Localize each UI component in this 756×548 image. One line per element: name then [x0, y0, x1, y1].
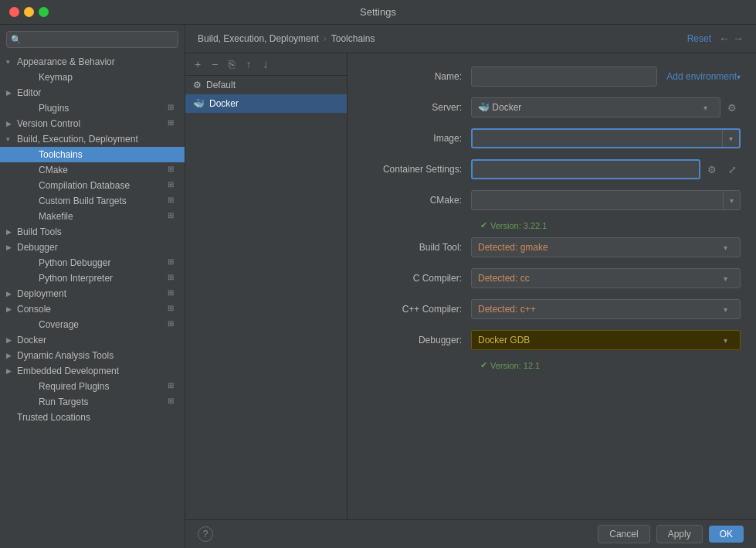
chevron-right-icon: ▶: [6, 228, 17, 236]
sidebar-item-keymap[interactable]: Keymap: [0, 70, 185, 85]
image-input[interactable]: teslacn/cmake:1.0: [473, 133, 722, 144]
toolchain-list: ⚙ Default 🐳 Docker: [185, 76, 347, 519]
sidebar-item-debugger[interactable]: ▶ Debugger: [0, 240, 185, 255]
nav-arrows: ← →: [719, 32, 744, 45]
image-dropdown-arrow[interactable]: ▾: [722, 130, 739, 147]
name-input[interactable]: Docker: [472, 71, 656, 82]
sidebar-item-label: Plugins: [39, 103, 168, 114]
copy-toolchain-button[interactable]: ⎘: [224, 56, 239, 72]
badge-icon: ⊞: [168, 103, 178, 114]
split-pane: + − ⎘ ↑ ↓ ⚙ Default 🐳 Docker: [185, 53, 756, 519]
chevron-right-icon: ▶: [6, 367, 17, 375]
apply-button[interactable]: Apply: [656, 525, 703, 543]
back-arrow[interactable]: ←: [719, 32, 730, 45]
sidebar-item-build-execution[interactable]: ▾ Build, Execution, Deployment: [0, 131, 185, 147]
badge-icon: ⊞: [168, 211, 178, 222]
main-layout: 🔍 ▾ Appearance & Behavior Keymap ▶ Edito…: [0, 25, 756, 548]
breadcrumb-actions: Reset ← →: [687, 32, 744, 45]
name-row: Name: Docker Add environment ▾: [363, 66, 741, 87]
c-compiler-label: C Compiler:: [363, 273, 471, 284]
chevron-down-icon: ▾: [717, 305, 734, 314]
sidebar-item-appearance[interactable]: ▾ Appearance & Behavior: [0, 54, 185, 70]
sidebar-item-trusted-locations[interactable]: Trusted Locations: [0, 410, 185, 425]
c-compiler-dropdown[interactable]: Detected: cc ▾: [471, 268, 741, 288]
sidebar-item-coverage[interactable]: Coverage ⊞: [0, 317, 185, 332]
sidebar-item-run-targets[interactable]: Run Targets ⊞: [0, 394, 185, 410]
sidebar-item-makefile[interactable]: Makefile ⊞: [0, 209, 185, 224]
cancel-button[interactable]: Cancel: [598, 525, 649, 543]
dropdown-arrow-icon: ▾: [737, 73, 741, 81]
breadcrumb-bar: Build, Execution, Deployment › Toolchain…: [185, 25, 756, 53]
cmake-row: CMake: /usr/bin/cmake ▾: [363, 189, 741, 211]
sidebar-item-cmake[interactable]: CMake ⊞: [0, 162, 185, 178]
cmake-dropdown-arrow[interactable]: ▾: [723, 191, 740, 209]
sidebar-item-toolchains[interactable]: Toolchains: [0, 147, 185, 162]
sidebar-item-deployment[interactable]: ▶ Deployment ⊞: [0, 286, 185, 301]
container-settings-expand[interactable]: ⤢: [724, 159, 741, 179]
reset-button[interactable]: Reset: [687, 33, 711, 44]
docker-icon: 🐳: [193, 98, 205, 109]
chevron-right-icon: ▶: [6, 290, 17, 298]
forward-arrow[interactable]: →: [733, 32, 744, 45]
name-control: Docker Add environment ▾: [471, 66, 741, 87]
sidebar-item-required-plugins[interactable]: Required Plugins ⊞: [0, 379, 185, 394]
server-dropdown[interactable]: 🐳 Docker ▾: [471, 97, 720, 117]
move-down-button[interactable]: ↓: [258, 56, 273, 72]
titlebar: Settings: [0, 0, 756, 25]
toolchain-item-label: Docker: [209, 98, 239, 109]
sidebar-item-label: Required Plugins: [39, 381, 168, 392]
close-button[interactable]: [9, 7, 19, 17]
cpp-compiler-dropdown[interactable]: Detected: c++ ▾: [471, 299, 741, 319]
cpp-compiler-value: Detected: c++: [478, 304, 536, 315]
sidebar-item-build-tools[interactable]: ▶ Build Tools: [0, 224, 185, 240]
toolchain-item-default[interactable]: ⚙ Default: [185, 76, 347, 94]
cmake-input[interactable]: /usr/bin/cmake: [472, 195, 723, 206]
server-value: 🐳 Docker: [478, 102, 521, 113]
sidebar-item-docker[interactable]: ▶ Docker: [0, 332, 185, 348]
help-button[interactable]: ?: [198, 526, 213, 542]
sidebar-item-label: Appearance & Behavior: [17, 56, 178, 67]
sidebar-item-compilation-db[interactable]: Compilation Database ⊞: [0, 178, 185, 193]
sidebar-item-python-debugger[interactable]: Python Debugger ⊞: [0, 255, 185, 271]
container-settings-control: --entrypoint --rm ⚙ ⤢: [471, 159, 741, 179]
maximize-button[interactable]: [39, 7, 49, 17]
left-pane: + − ⎘ ↑ ↓ ⚙ Default 🐳 Docker: [185, 53, 347, 519]
server-settings-button[interactable]: ⚙: [724, 97, 741, 117]
move-up-button[interactable]: ↑: [241, 56, 256, 72]
c-compiler-value: Detected: cc: [478, 273, 530, 284]
sidebar-item-python-interpreter[interactable]: Python Interpreter ⊞: [0, 271, 185, 286]
badge-icon: ⊞: [168, 319, 178, 330]
sidebar-item-editor[interactable]: ▶ Editor: [0, 85, 185, 100]
container-settings-input[interactable]: --entrypoint --rm: [471, 159, 700, 179]
minimize-button[interactable]: [24, 7, 34, 17]
sidebar-item-plugins[interactable]: Plugins ⊞: [0, 100, 185, 116]
add-toolchain-button[interactable]: +: [190, 56, 205, 72]
container-settings-gear[interactable]: ⚙: [703, 159, 720, 179]
search-input[interactable]: [6, 31, 178, 48]
remove-toolchain-button[interactable]: −: [207, 56, 222, 72]
sidebar-item-custom-build-targets[interactable]: Custom Build Targets ⊞: [0, 193, 185, 209]
cmake-version: ✔ Version: 3.22.1: [480, 220, 547, 230]
breadcrumb-current: Toolchains: [331, 33, 375, 44]
sidebar-item-version-control[interactable]: ▶ Version Control ⊞: [0, 116, 185, 131]
cmake-version-row: ✔ Version: 3.22.1: [363, 220, 741, 230]
sidebar-item-label: Build Tools: [17, 226, 178, 237]
check-icon: ✔: [480, 220, 487, 230]
debugger-dropdown[interactable]: Docker GDB ▾: [471, 330, 741, 350]
container-settings-row: Container Settings: --entrypoint --rm ⚙ …: [363, 158, 741, 180]
toolchain-item-docker[interactable]: 🐳 Docker: [185, 94, 347, 113]
sidebar-item-label: Coverage: [39, 319, 168, 330]
window-controls[interactable]: [9, 7, 49, 17]
cmake-control: /usr/bin/cmake ▾: [471, 190, 741, 210]
badge-icon: ⊞: [168, 165, 178, 175]
sidebar-item-embedded-dev[interactable]: ▶ Embedded Development: [0, 363, 185, 379]
sidebar-item-console[interactable]: ▶ Console ⊞: [0, 301, 185, 317]
chevron-right-icon: ▶: [6, 352, 17, 359]
sidebar-item-dynamic-analysis[interactable]: ▶ Dynamic Analysis Tools: [0, 348, 185, 363]
search-icon: 🔍: [11, 35, 22, 45]
add-environment-button[interactable]: Add environment ▾: [666, 71, 741, 82]
sidebar-item-label: Version Control: [17, 118, 168, 129]
build-tool-dropdown[interactable]: Detected: gmake ▾: [471, 237, 741, 257]
ok-button[interactable]: OK: [709, 526, 744, 543]
right-pane: Name: Docker Add environment ▾ Server:: [347, 53, 756, 519]
